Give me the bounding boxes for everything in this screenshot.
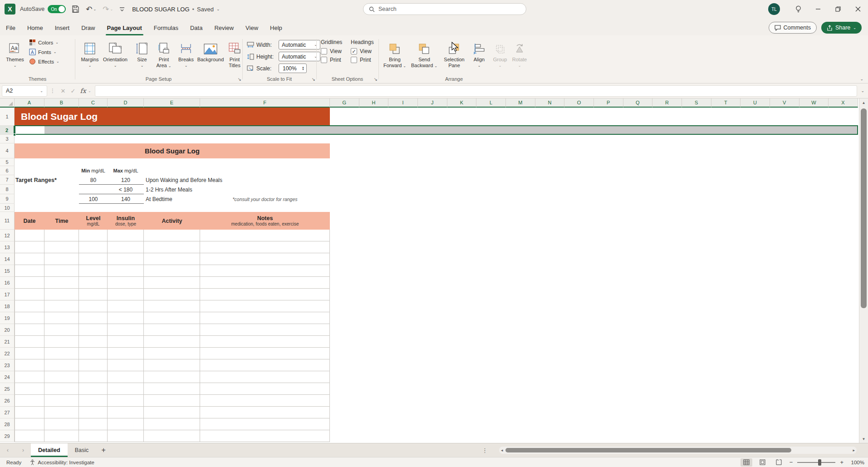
log-header-level[interactable]: Levelmg/dL — [79, 212, 108, 230]
row-header-17[interactable]: 17 — [0, 289, 15, 300]
grid-cell[interactable] — [44, 312, 79, 324]
grid-cell[interactable] — [44, 383, 79, 394]
column-header-m[interactable]: M — [506, 98, 535, 108]
grid-cell[interactable] — [144, 407, 200, 418]
zoom-in-button[interactable]: + — [840, 459, 843, 466]
tab-help[interactable]: Help — [264, 25, 288, 35]
column-header-p[interactable]: P — [594, 98, 623, 108]
share-button[interactable]: Share ⌄ — [821, 22, 862, 34]
enter-icon[interactable]: ✓ — [68, 88, 78, 94]
align-button[interactable]: Align ⌄ — [469, 38, 489, 75]
row-header-14[interactable]: 14 — [0, 253, 15, 265]
grid-cell[interactable] — [44, 277, 79, 288]
grid-cell[interactable] — [108, 336, 144, 347]
grid-cell[interactable] — [200, 253, 330, 265]
fonts-button[interactable]: A Fonts⌄ — [29, 49, 59, 55]
grid-cell[interactable] — [200, 312, 330, 324]
grid-cell[interactable] — [79, 277, 108, 288]
grid-cell[interactable] — [200, 348, 330, 359]
grid-cell[interactable] — [15, 418, 44, 430]
log-header-notes[interactable]: Notesmedication, foods eaten, exercise — [200, 212, 330, 230]
grid-cell[interactable] — [44, 371, 79, 383]
name-box[interactable]: A2 ⌄ — [2, 85, 47, 97]
grid-cell[interactable] — [144, 312, 200, 324]
grid-cell[interactable] — [144, 265, 200, 276]
grid-cell[interactable] — [44, 230, 79, 241]
grid-cell[interactable] — [44, 300, 79, 312]
grid-cell[interactable] — [79, 324, 108, 335]
row-header-29[interactable]: 29 — [0, 430, 15, 442]
column-header-w[interactable]: W — [799, 98, 829, 108]
row-header-3[interactable]: 3 — [0, 135, 15, 143]
rotate-button[interactable]: Rotate ⌄ — [510, 38, 529, 75]
size-button[interactable]: Size ⌄ — [132, 38, 152, 75]
collapse-ribbon-icon[interactable]: ⌄ — [860, 77, 863, 81]
insert-function-icon[interactable]: fx — [78, 87, 88, 94]
themes-button[interactable]: Aa Themes ⌄ — [3, 38, 27, 75]
page-break-view-button[interactable] — [773, 458, 785, 467]
grid-cell[interactable] — [79, 312, 108, 324]
zoom-slider[interactable] — [797, 462, 835, 463]
grid-cell[interactable] — [108, 430, 144, 442]
close-button[interactable] — [848, 0, 868, 18]
column-header-k[interactable]: K — [447, 98, 477, 108]
grid-cell[interactable] — [15, 395, 44, 406]
grid-cell[interactable] — [108, 241, 144, 253]
grid-cell[interactable] — [200, 300, 330, 312]
row-header-4[interactable]: 4 — [0, 143, 15, 158]
log-table-header[interactable]: DateTimeLevelmg/dLInsulindose, typeActiv… — [15, 212, 330, 230]
row-header-11[interactable]: 11 — [0, 212, 15, 230]
ideas-lightbulb-icon[interactable] — [788, 0, 808, 18]
save-icon[interactable] — [71, 5, 79, 13]
grid-cell[interactable] — [108, 289, 144, 300]
grid-cell[interactable] — [144, 418, 200, 430]
grid-cell[interactable] — [79, 418, 108, 430]
tab-page-layout[interactable]: Page Layout — [101, 25, 148, 35]
scale-spinner[interactable]: 100%▲▼ — [279, 64, 307, 73]
orientation-button[interactable]: Orientation ⌄ — [103, 38, 128, 75]
normal-view-button[interactable] — [740, 458, 752, 467]
colors-button[interactable]: Colors⌄ — [29, 39, 59, 46]
log-header-activity[interactable]: Activity — [144, 212, 200, 230]
column-header-u[interactable]: U — [740, 98, 770, 108]
grid-cell[interactable] — [44, 336, 79, 347]
tab-draw[interactable]: Draw — [75, 25, 101, 35]
grid-cell[interactable] — [79, 289, 108, 300]
row-header-28[interactable]: 28 — [0, 418, 15, 430]
prev-sheet-icon[interactable]: ‹ — [0, 443, 15, 457]
grid-cell[interactable] — [44, 289, 79, 300]
grid-cell[interactable] — [144, 371, 200, 383]
grid-cell[interactable] — [200, 371, 330, 383]
excel-app-icon[interactable]: X — [5, 4, 15, 15]
grid-cell[interactable] — [200, 265, 330, 276]
grid-cell[interactable] — [44, 418, 79, 430]
grid-cell[interactable] — [200, 324, 330, 335]
grid-cell[interactable] — [79, 407, 108, 418]
row-selection-highlight[interactable] — [44, 126, 858, 135]
expand-formula-bar-icon[interactable]: ⌄ — [861, 88, 864, 93]
grid-cell[interactable] — [144, 383, 200, 394]
row-header-27[interactable]: 27 — [0, 407, 15, 418]
column-header-l[interactable]: L — [476, 98, 506, 108]
grid-cell[interactable] — [15, 371, 44, 383]
grid-cell[interactable] — [108, 300, 144, 312]
grid-cell[interactable] — [15, 312, 44, 324]
grid-cell[interactable] — [15, 324, 44, 335]
row-header-8[interactable]: 8 — [0, 185, 15, 194]
grid-cell[interactable] — [44, 253, 79, 265]
grid-cell[interactable] — [15, 336, 44, 347]
grid-cell[interactable] — [79, 430, 108, 442]
row-header-19[interactable]: 19 — [0, 312, 15, 324]
grid-cell[interactable] — [144, 336, 200, 347]
column-header-r[interactable]: R — [652, 98, 682, 108]
tab-insert[interactable]: Insert — [49, 25, 76, 35]
grid-cell[interactable] — [15, 359, 44, 371]
scale-to-fit-dialog-launcher[interactable]: ↘ — [312, 77, 315, 82]
grid-cell[interactable] — [15, 407, 44, 418]
zoom-slider-thumb[interactable] — [818, 459, 821, 466]
group-button[interactable]: Group ⌄ — [490, 38, 510, 75]
grid-cell[interactable] — [15, 430, 44, 442]
cancel-icon[interactable]: ✕ — [58, 88, 68, 94]
add-sheet-button[interactable]: + — [96, 443, 111, 457]
grid-cell[interactable] — [108, 265, 144, 276]
